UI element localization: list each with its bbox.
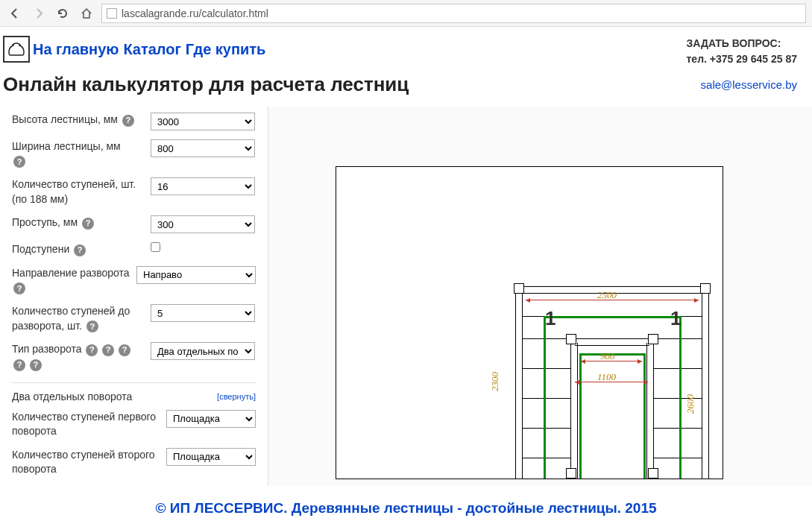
turn-type-select[interactable]: Два отдельных по (151, 342, 255, 360)
dim-2300: 2300 (489, 372, 501, 391)
turn-type-label: Тип разворота (12, 343, 81, 355)
second-turn-select[interactable]: Площадка (166, 448, 256, 466)
marker-1-left: 1 (545, 307, 556, 330)
help-icon[interactable]: ? (86, 344, 98, 356)
url-text: lascalagrande.ru/calculator.html (122, 7, 268, 19)
riser-checkbox[interactable] (151, 242, 160, 252)
nav-home[interactable]: На главную (33, 41, 119, 58)
page-icon (107, 8, 117, 19)
steps-label: Количество ступеней, шт. (по 188 мм) (12, 177, 145, 206)
email-link[interactable]: sale@lesservice.by (701, 78, 797, 91)
nav-catalog[interactable]: Каталог (123, 41, 180, 58)
url-bar[interactable]: lascalagrande.ru/calculator.html (101, 4, 806, 23)
dim-2600: 2600 (684, 394, 696, 414)
direction-label: Направление разворота (12, 267, 130, 279)
steps-select[interactable]: 16 (151, 177, 255, 195)
form-panel: Высота лестницы, мм ? 3000 Ширина лестни… (0, 107, 268, 486)
contact-ask: ЗАДАТЬ ВОПРОС: (687, 36, 797, 51)
tread-select[interactable]: 300 (151, 215, 255, 233)
logo[interactable] (3, 36, 30, 63)
help-icon[interactable]: ? (122, 115, 134, 127)
contact-block: ЗАДАТЬ ВОПРОС: тел. +375 29 645 25 87 (687, 36, 797, 67)
before-turn-select[interactable]: 5 (151, 304, 255, 322)
forward-button[interactable] (30, 4, 48, 22)
page-title: Онлайн калькулятор для расчета лестниц (3, 73, 409, 96)
preview-panel: 2500 900 1100 2300 2600 1 1 (268, 107, 812, 486)
header: На главную Каталог Где купить ЗАДАТЬ ВОП… (0, 27, 812, 73)
browser-toolbar: lascalagrande.ru/calculator.html (0, 0, 812, 27)
help-icon[interactable]: ? (86, 321, 98, 332)
before-turn-label: Количество ступеней до разворота, шт. (12, 305, 130, 332)
help-icon[interactable]: ? (82, 218, 94, 230)
help-icon[interactable]: ? (13, 359, 25, 371)
riser-label: Подступени (12, 243, 69, 255)
height-select[interactable]: 3000 (151, 113, 255, 130)
tread-label: Проступь, мм (12, 216, 78, 228)
dim-900: 900 (600, 350, 615, 362)
nav-where[interactable]: Где купить (186, 41, 266, 58)
help-icon[interactable]: ? (13, 282, 25, 294)
help-icon[interactable]: ? (30, 359, 42, 371)
direction-select[interactable]: Направо (136, 266, 256, 284)
dim-2500: 2500 (597, 289, 617, 301)
help-icon[interactable]: ? (74, 244, 86, 256)
help-icon[interactable]: ? (102, 344, 114, 356)
height-label: Высота лестницы, мм (12, 113, 118, 125)
collapse-link[interactable]: [свернуть] (217, 392, 256, 401)
contact-phone: тел. +375 29 645 25 87 (687, 51, 797, 67)
help-icon[interactable]: ? (13, 156, 25, 168)
help-icon[interactable]: ? (119, 344, 130, 356)
first-turn-select[interactable]: Площадка (166, 410, 256, 428)
section-title: Два отдельных поворота (12, 391, 132, 402)
footer: © ИП ЛЕССЕРВИС. Деревянные лестницы - до… (0, 500, 812, 517)
width-select[interactable]: 800 (151, 139, 255, 157)
home-button[interactable] (78, 4, 95, 22)
first-turn-label: Количество ступеней первого поворота (12, 410, 160, 439)
width-label: Ширина лестницы, мм (12, 140, 121, 152)
stair-drawing: 2500 900 1100 2300 2600 1 1 (336, 166, 723, 479)
back-button[interactable] (6, 4, 24, 22)
marker-1-right: 1 (670, 307, 681, 330)
second-turn-label: Количество ступеней второго поворота (12, 448, 160, 477)
dim-1100: 1100 (597, 371, 616, 383)
reload-button[interactable] (54, 4, 72, 22)
